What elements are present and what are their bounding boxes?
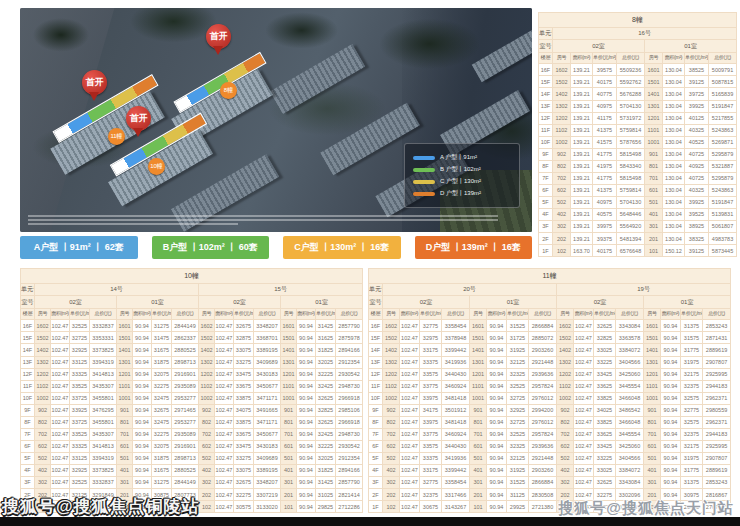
table-cell: 102.47 [51, 404, 70, 416]
column-header: 房号 [645, 52, 663, 64]
column-header: 总价(元) [703, 308, 731, 320]
table-cell: 1002 [383, 392, 400, 404]
table-cell: 40125 [685, 112, 709, 124]
column-header: 总价(元) [254, 308, 281, 320]
table-cell: 1102 [383, 380, 400, 392]
table-cell: 1101 [644, 380, 661, 392]
room-header: 01室 [645, 40, 737, 53]
table-cell: 1102 [553, 124, 571, 136]
table-cell: 801 [645, 160, 663, 172]
table-cell: 2953277 [172, 392, 199, 404]
table-cell: 3460924 [442, 380, 470, 392]
table-cell: 31825 [316, 344, 336, 356]
table-cell: 701 [644, 428, 661, 440]
table-cell: 32825 [316, 404, 336, 416]
table-cell: 90.94 [297, 368, 316, 380]
table-cell: 3466048 [616, 416, 644, 428]
table-cell: 32475 [152, 392, 172, 404]
table-cell: 301 [470, 476, 487, 488]
table-cell: 601 [470, 440, 487, 452]
table-cell: 90.94 [487, 428, 507, 440]
table-row: 10F1002102.47339753481418100190.94327252… [369, 392, 731, 404]
table-cell: 1102 [35, 380, 51, 392]
table-cell: 102.47 [215, 380, 234, 392]
table-row: 10F1002102.47337253455801100190.94324752… [21, 392, 363, 404]
table-cell: 2939636 [529, 368, 557, 380]
table-cell: 102.47 [400, 501, 420, 513]
table-cell: 130.04 [663, 136, 685, 148]
table-cell: 5F [21, 452, 35, 464]
table-cell: 90.94 [487, 380, 507, 392]
table-cell: 2976012 [529, 416, 557, 428]
table-cell: 32725 [70, 332, 90, 344]
table-row: 3F302139.21399755564920301130.0438925506… [539, 220, 737, 232]
table-cell: 13F [539, 100, 553, 112]
building-badge: 11幢 [108, 128, 125, 145]
table-cell: 90.94 [661, 404, 681, 416]
table-cell: 102.47 [51, 440, 70, 452]
table-cell: 12F [21, 368, 35, 380]
legend-label: D 户型丨139m² [440, 189, 481, 198]
table-row: 3F302102.4732775335845430190.94315252866… [369, 476, 731, 488]
table-cell: 40575 [593, 208, 617, 220]
table-cell: 2F [369, 489, 383, 501]
table-cell: 102.47 [215, 440, 234, 452]
table-cell: 401 [470, 464, 487, 476]
table-cell: 3466048 [616, 392, 644, 404]
table-cell: 3476295 [90, 404, 117, 416]
table-cell: 1101 [281, 380, 297, 392]
table-cell: 33575 [420, 440, 442, 452]
legend-color-bar [413, 180, 435, 184]
table-cell: 2935089 [172, 428, 199, 440]
column-header: 总价(元) [617, 52, 645, 64]
column-header: 总价(元) [90, 308, 117, 320]
table-cell: 3343084 [616, 320, 644, 332]
table-cell: 3440430 [442, 368, 470, 380]
column-header: 房号 [199, 308, 215, 320]
table-cell: 1401 [645, 88, 663, 100]
legend-label: A 户型丨91m² [440, 153, 477, 162]
table-cell: 40725 [685, 148, 709, 160]
table-cell: 31525 [507, 320, 529, 332]
table-cell: 2985106 [336, 404, 363, 416]
table-cell: 11F [21, 380, 35, 392]
table-cell: 33225 [594, 356, 616, 368]
table-cell: 90.94 [661, 452, 681, 464]
table-cell: 33125 [70, 452, 90, 464]
table-cell: 139.21 [571, 220, 593, 232]
table-cell: 2930542 [336, 440, 363, 452]
table-cell: 102.47 [400, 332, 420, 344]
table-cell: 90.94 [661, 476, 681, 488]
table-cell: 11F [369, 380, 383, 392]
table-cell: 302 [35, 476, 51, 488]
table-cell: 14F [21, 344, 35, 356]
table-cell: 1202 [383, 368, 400, 380]
table-cell: 1301 [470, 356, 487, 368]
column-header: 面积(m²) [297, 308, 316, 320]
table-cell: 1502 [553, 76, 571, 88]
table-cell: 90.94 [487, 489, 507, 501]
table-row: 9F902102.4733925347629590190.94326752971… [21, 404, 363, 416]
table-cell: 130.04 [663, 196, 685, 208]
table-cell: 2925995 [703, 368, 731, 380]
room-header: 02室 [557, 296, 644, 309]
table-cell: 102.47 [215, 489, 234, 501]
column-header: 房号 [35, 308, 51, 320]
table-cell: 3F [21, 476, 35, 488]
table-cell: 32675 [152, 404, 172, 416]
table-cell: 130.04 [663, 148, 685, 160]
room-header-label: 室号 [539, 40, 553, 53]
table-cell: 4F [539, 208, 553, 220]
table-cell: 32275 [152, 428, 172, 440]
table-cell: 32125 [507, 452, 529, 464]
table-cell: 90.94 [297, 392, 316, 404]
column-header: 房号 [117, 308, 133, 320]
table-cell: 33275 [234, 452, 254, 464]
table-cell: 40775 [593, 88, 617, 100]
table-cell: 31575 [681, 332, 703, 344]
table-cell: 31375 [681, 476, 703, 488]
table-cell: 901 [644, 404, 661, 416]
table-cell: 90.94 [297, 344, 316, 356]
table-cell: 5243863 [709, 124, 737, 136]
table-row: 4F402102.4732925337382540190.94316752880… [21, 464, 363, 476]
